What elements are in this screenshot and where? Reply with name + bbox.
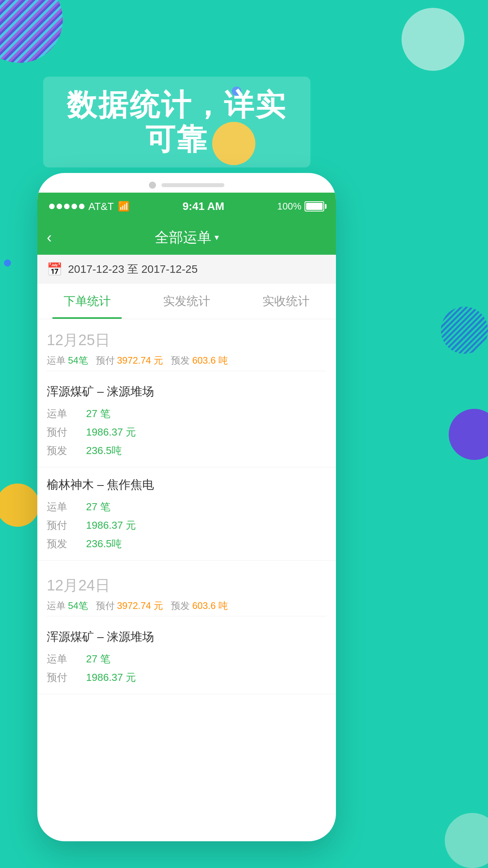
route-stats-2-1: 运单 27 笔 预付 1986.37 元	[47, 652, 327, 684]
stat-row-preship-1-2: 预发 236.5吨	[47, 537, 327, 551]
summary-preship-label-2: 预发	[171, 600, 190, 612]
stat-value-order-1-1: 27 笔	[86, 407, 110, 421]
status-right: 100%	[277, 201, 324, 212]
signal-dot-4	[72, 204, 77, 209]
stat-label-order-1-1: 运单	[47, 407, 86, 421]
nav-title-area: 全部运单 ▾	[155, 228, 219, 247]
stat-value-prepay-1-2: 1986.37 元	[86, 519, 136, 532]
summary-prepay-label-1: 预付	[96, 354, 115, 367]
nav-dropdown-icon[interactable]: ▾	[215, 232, 219, 243]
signal-dot-1	[49, 204, 55, 209]
wifi-icon: 📶	[118, 201, 130, 212]
bg-decor-blue-dot-left	[4, 259, 11, 267]
summary-prepay-value-2: 3972.74 元	[117, 600, 163, 612]
date-group-2-title: 12月24日	[47, 576, 327, 596]
date-range-text: 2017-12-23 至 2017-12-25	[68, 262, 198, 277]
route-item-2-1: 浑源煤矿 – 涞源堆场 运单 27 笔 预付 1986.37 元	[37, 620, 336, 694]
stat-row-order-1-2: 运单 27 笔	[47, 500, 327, 514]
bg-decor-mint-br	[445, 813, 488, 868]
calendar-icon: 📅	[47, 262, 62, 277]
signal-dot-3	[64, 204, 70, 209]
stat-row-prepay-1-2: 预付 1986.37 元	[47, 519, 327, 532]
summary-order-label-2: 运单	[47, 600, 66, 612]
date-group-1-summary: 运单 54笔 预付 3972.74 元 预发 603.6 吨	[47, 354, 327, 371]
route-item-1-2: 榆林神木 – 焦作焦电 运单 27 笔 预付 1986.37 元 预发 236.…	[37, 467, 336, 561]
stat-value-order-1-2: 27 笔	[86, 500, 110, 514]
stat-value-preship-1-1: 236.5吨	[86, 444, 122, 458]
route-item-1-1: 浑源煤矿 – 涞源堆场 运单 27 笔 预付 1986.37 元 预发 236.…	[37, 374, 336, 467]
phone-top-bar	[37, 173, 336, 189]
stat-label-prepay-1-2: 预付	[47, 519, 86, 532]
summary-order-value-1: 54笔	[68, 354, 88, 367]
content-area: 12月25日 运单 54笔 预付 3972.74 元 预发 603.6 吨 浑源…	[37, 319, 336, 694]
summary-prepay-label-2: 预付	[96, 600, 115, 612]
phone-camera-dot	[149, 182, 156, 189]
stat-label-preship-1-1: 预发	[47, 444, 86, 458]
date-group-2-header: 12月24日 运单 54笔 预付 3972.74 元 预发 603.6 吨	[37, 565, 336, 620]
battery-icon	[305, 201, 324, 211]
stat-value-prepay-1-1: 1986.37 元	[86, 425, 136, 439]
bg-decor-stripes-circle	[0, 0, 63, 63]
tab-ship-stats[interactable]: 实发统计	[137, 284, 236, 319]
status-time: 9:41 AM	[182, 200, 224, 213]
back-button[interactable]: ‹	[47, 229, 52, 246]
date-group-1-title: 12月25日	[47, 330, 327, 350]
stat-label-prepay-1-1: 预付	[47, 425, 86, 439]
status-bar: AT&T 📶 9:41 AM 100%	[37, 193, 336, 220]
stat-label-prepay-2-1: 预付	[47, 671, 86, 684]
summary-preship-value-2: 603.6 吨	[192, 600, 228, 612]
stat-row-order-2-1: 运单 27 笔	[47, 652, 327, 666]
date-group-1-header: 12月25日 运单 54笔 预付 3972.74 元 预发 603.6 吨	[37, 319, 336, 374]
status-left: AT&T 📶	[49, 200, 130, 213]
stat-value-preship-1-2: 236.5吨	[86, 537, 122, 551]
summary-preship-value-1: 603.6 吨	[192, 354, 228, 367]
date-group-2-summary: 运单 54笔 预付 3972.74 元 预发 603.6 吨	[47, 600, 327, 616]
stat-label-order-1-2: 运单	[47, 500, 86, 514]
stat-label-preship-1-2: 预发	[47, 537, 86, 551]
tab-receive-stats[interactable]: 实收统计	[237, 284, 336, 319]
signal-dot-2	[57, 204, 62, 209]
stat-row-order-1-1: 运单 27 笔	[47, 407, 327, 421]
bg-decor-yellow-left	[0, 484, 39, 527]
headline-box: 数据统计，详实可靠	[43, 77, 310, 167]
stat-value-prepay-2-1: 1986.37 元	[86, 671, 136, 684]
summary-preship-label-1: 预发	[171, 354, 190, 367]
stat-row-preship-1-1: 预发 236.5吨	[47, 444, 327, 458]
battery-percentage: 100%	[277, 201, 301, 212]
tab-order-stats[interactable]: 下单统计	[37, 284, 137, 319]
stat-label-order-2-1: 运单	[47, 652, 86, 666]
summary-order-value-2: 54笔	[68, 600, 88, 612]
route-name-1-1: 浑源煤矿 – 涞源堆场	[47, 384, 327, 400]
status-carrier: AT&T	[88, 200, 114, 213]
nav-bar: ‹ 全部运单 ▾	[37, 220, 336, 255]
stat-row-prepay-1-1: 预付 1986.37 元	[47, 425, 327, 439]
battery-fill	[306, 203, 323, 210]
bg-decor-stripes-right	[441, 307, 488, 354]
summary-order-label-1: 运单	[47, 354, 66, 367]
headline-text: 数据统计，详实可靠	[59, 88, 295, 156]
nav-title-text: 全部运单	[155, 228, 211, 247]
phone-speaker-bar	[161, 183, 224, 187]
route-name-1-2: 榆林神木 – 焦作焦电	[47, 477, 327, 493]
route-stats-1-1: 运单 27 笔 预付 1986.37 元 预发 236.5吨	[47, 407, 327, 458]
tabs-container: 下单统计 实发统计 实收统计	[37, 284, 336, 319]
summary-prepay-value-1: 3972.74 元	[117, 354, 163, 367]
phone-mockup: AT&T 📶 9:41 AM 100% ‹ 全部运单 ▾ 📅 2017-12-2…	[37, 173, 336, 841]
stat-row-prepay-2-1: 预付 1986.37 元	[47, 671, 327, 684]
stat-value-order-2-1: 27 笔	[86, 652, 110, 666]
signal-dot-5	[79, 204, 84, 209]
bg-decor-mint-circle	[402, 8, 464, 71]
bg-decor-purple-circle	[449, 409, 488, 460]
route-name-2-1: 浑源煤矿 – 涞源堆场	[47, 629, 327, 645]
date-filter-bar[interactable]: 📅 2017-12-23 至 2017-12-25	[37, 255, 336, 284]
route-stats-1-2: 运单 27 笔 预付 1986.37 元 预发 236.5吨	[47, 500, 327, 551]
signal-dots	[49, 204, 84, 209]
